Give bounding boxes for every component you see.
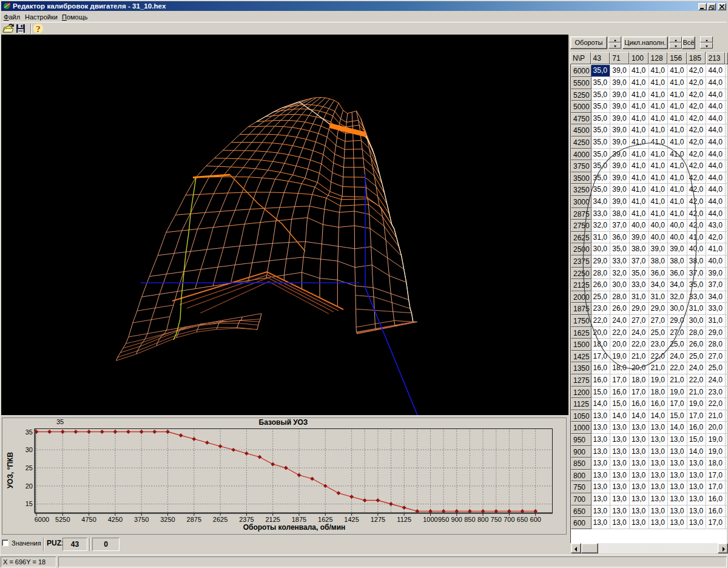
svg-text:1275: 1275 xyxy=(371,516,385,523)
svg-text:950: 950 xyxy=(438,516,449,523)
svg-text:1000: 1000 xyxy=(423,516,437,523)
svg-text:1875: 1875 xyxy=(292,516,306,523)
svg-text:650: 650 xyxy=(517,516,528,523)
svg-text:20: 20 xyxy=(25,482,33,490)
svg-text:2875: 2875 xyxy=(187,516,201,523)
svg-text:1425: 1425 xyxy=(344,516,359,523)
svg-text:УОЗ, °ПКВ: УОЗ, °ПКВ xyxy=(6,452,15,489)
svg-text:6000: 6000 xyxy=(35,516,49,523)
svg-text:1625: 1625 xyxy=(318,516,332,523)
svg-text:750: 750 xyxy=(491,516,502,523)
svg-text:35: 35 xyxy=(56,418,64,425)
svg-text:3250: 3250 xyxy=(160,516,175,523)
svg-text:600: 600 xyxy=(530,516,541,523)
svg-text:25: 25 xyxy=(25,464,33,472)
svg-text:4250: 4250 xyxy=(108,516,123,523)
svg-text:2625: 2625 xyxy=(213,516,228,523)
svg-text:700: 700 xyxy=(504,516,514,523)
svg-text:3750: 3750 xyxy=(134,516,149,523)
svg-text:Базовый УОЗ: Базовый УОЗ xyxy=(259,418,308,427)
svg-text:30: 30 xyxy=(25,446,33,453)
svg-text:4750: 4750 xyxy=(81,516,96,523)
svg-text:35: 35 xyxy=(25,428,33,436)
svg-text:2125: 2125 xyxy=(265,516,280,523)
svg-text:850: 850 xyxy=(464,516,475,523)
svg-text:2375: 2375 xyxy=(239,516,254,523)
svg-text:800: 800 xyxy=(477,516,488,523)
svg-text:900: 900 xyxy=(451,516,462,523)
svg-text:15: 15 xyxy=(25,500,33,507)
svg-text:1125: 1125 xyxy=(397,516,411,523)
svg-text:5250: 5250 xyxy=(55,516,70,523)
svg-text:Обороты коленвала, об/мин: Обороты коленвала, об/мин xyxy=(243,523,346,532)
